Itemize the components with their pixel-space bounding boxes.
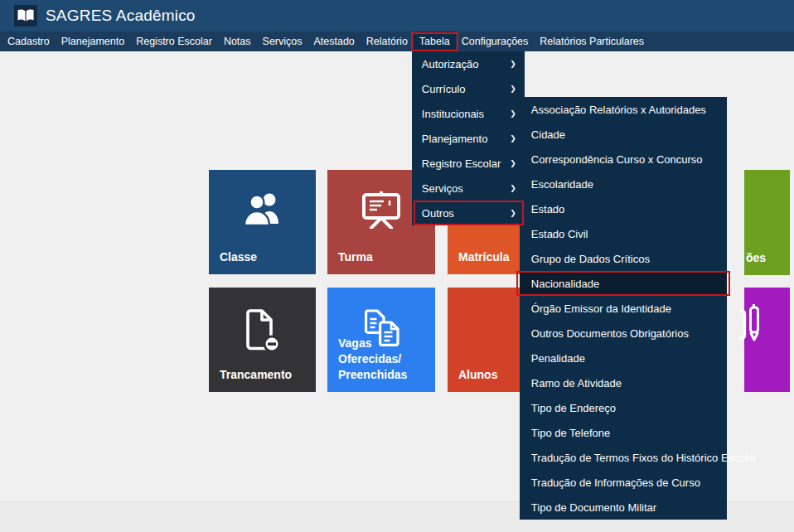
chevron-right-icon: ❯ <box>510 184 516 192</box>
menu-item-label: Registro Escolar <box>136 36 212 47</box>
submenu-item-label: Estado <box>531 203 564 215</box>
submenu-item-associacao-relatorios-x-autoridades[interactable]: Associação Relatórios x Autoridades <box>520 97 727 122</box>
menu-item-servicos[interactable]: Serviços <box>257 31 308 51</box>
tile-label: ões <box>746 250 794 266</box>
menu-item-atestado[interactable]: Atestado <box>307 31 360 51</box>
submenu-item-orgao-emissor-da-identidade[interactable]: Órgão Emissor da Identidade <box>520 296 727 321</box>
submenu-item-label: Tipo de Documento Militar <box>531 501 656 514</box>
dropdown-item-autorizacao[interactable]: Autorização ❯ <box>412 51 525 76</box>
menu-item-notas[interactable]: Notas <box>218 31 257 51</box>
menu-item-label: Configurações <box>462 36 529 47</box>
chevron-right-icon: ❯ <box>510 60 516 68</box>
submenu-item-tipo-de-documento-militar[interactable]: Tipo de Documento Militar <box>520 495 727 520</box>
menu-item-tabela[interactable]: Tabela Autorização ❯ Currículo ❯ Institu… <box>414 31 456 51</box>
submenu-item-label: Ramo de Atividade <box>531 377 622 389</box>
chevron-right-icon: ❯ <box>510 159 516 167</box>
menu-item-label: Tabela <box>419 36 450 47</box>
menu-item-label: Serviços <box>263 36 303 47</box>
open-book-icon <box>17 8 35 23</box>
submenu-item-nacionalidade[interactable]: Nacionalidade <box>520 271 727 296</box>
submenu-item-tipo-de-telefone[interactable]: Tipo de Telefone <box>520 420 727 445</box>
submenu-item-grupo-de-dados-criticos[interactable]: Grupo de Dados Críticos <box>520 246 727 271</box>
chevron-right-icon: ❯ <box>510 85 516 93</box>
users-icon <box>241 191 284 227</box>
dropdown-item-label: Currículo <box>422 83 466 95</box>
dropdown-item-label: Outros <box>422 207 454 220</box>
submenu-item-traducao-de-informacoes-de-curso[interactable]: Tradução de Informações de Curso <box>520 470 727 495</box>
tile-label: Turma <box>338 249 431 265</box>
menu-item-label: Planejamento <box>61 36 124 47</box>
submenu-item-label: Nacionalidade <box>531 278 599 290</box>
submenu-item-label: Correspondência Curso x Concurso <box>531 153 703 166</box>
chevron-right-icon: ❯ <box>510 209 516 217</box>
submenu-item-estado[interactable]: Estado <box>520 196 727 221</box>
pen-icon <box>739 299 766 351</box>
submenu-item-label: Outros Documentos Obrigatórios <box>531 327 689 340</box>
submenu-item-label: Penalidade <box>531 352 585 365</box>
tile-label: Trancamento <box>220 367 312 383</box>
menu-item-registro-escolar[interactable]: Registro Escolar <box>130 31 218 51</box>
submenu-item-correspondencia-curso-x-concurso[interactable]: Correspondência Curso x Concurso <box>520 147 727 172</box>
dropdown-item-registro-escolar[interactable]: Registro Escolar ❯ <box>412 151 525 176</box>
app-header: SAGRES Acadêmico <box>0 0 794 31</box>
submenu-item-label: Estado Civil <box>531 228 588 240</box>
submenu-item-label: Tradução de Informações de Curso <box>531 476 700 489</box>
submenu-item-label: Escolaridade <box>531 178 593 191</box>
submenu-item-traducao-termos-fixos-historico-escolar[interactable]: Tradução de Termos Fixos do Histórico Es… <box>520 445 727 470</box>
dropdown-item-curriculo[interactable]: Currículo ❯ <box>412 76 525 101</box>
menubar: Cadastro Planejamento Registro Escolar N… <box>0 31 794 51</box>
tile-label: Vagas Oferecidas/ Preenchidas <box>338 336 431 383</box>
submenu-item-label: Tipo de Telefone <box>531 427 610 439</box>
tabela-dropdown-menu: Autorização ❯ Currículo ❯ Institucionais… <box>412 51 525 225</box>
tile-trancamento[interactable]: Trancamento <box>209 288 316 392</box>
submenu-item-label: Associação Relatórios x Autoridades <box>531 104 706 116</box>
dropdown-item-label: Planejamento <box>422 133 488 145</box>
chevron-right-icon: ❯ <box>510 134 516 143</box>
outros-submenu: Associação Relatórios x Autoridades Cida… <box>520 97 727 520</box>
submenu-item-escolaridade[interactable]: Escolaridade <box>520 172 727 196</box>
menu-item-label: Relatórios Particulares <box>540 36 644 47</box>
tile-vagas-oferecidas-preenchidas[interactable]: Vagas Oferecidas/ Preenchidas <box>327 288 435 392</box>
tile-partially-hidden-magenta[interactable] <box>744 288 790 392</box>
menu-item-label: Notas <box>224 36 251 47</box>
submenu-item-label: Tradução de Termos Fixos do Histórico Es… <box>531 452 757 464</box>
document-minus-icon <box>244 308 282 353</box>
submenu-item-label: Cidade <box>531 128 565 141</box>
menu-item-label: Cadastro <box>7 36 50 47</box>
dropdown-item-servicos[interactable]: Serviços ❯ <box>412 176 525 201</box>
menu-item-label: Relatório <box>366 36 408 47</box>
menu-item-cadastro[interactable]: Cadastro <box>2 31 56 51</box>
dropdown-item-label: Autorização <box>422 58 479 70</box>
submenu-item-label: Grupo de Dados Críticos <box>531 253 650 265</box>
tile-label: Classe <box>220 249 312 265</box>
app-logo <box>14 5 37 27</box>
submenu-item-penalidade[interactable]: Penalidade <box>520 346 727 370</box>
submenu-item-outros-documentos-obrigatorios[interactable]: Outros Documentos Obrigatórios <box>520 321 727 346</box>
menu-item-planejamento[interactable]: Planejamento <box>56 31 130 51</box>
app-window: Classe Turma Matrícula ões Trancamento <box>0 0 794 532</box>
submenu-item-label: Órgão Emissor da Identidade <box>531 302 671 315</box>
submenu-item-ramo-de-atividade[interactable]: Ramo de Atividade <box>520 370 727 395</box>
dropdown-item-institucionais[interactable]: Institucionais ❯ <box>412 101 525 126</box>
presentation-board-icon <box>361 191 401 229</box>
dropdown-item-outros[interactable]: Outros ❯ <box>412 201 525 225</box>
menu-item-relatorios-particulares[interactable]: Relatórios Particulares <box>534 31 650 51</box>
tile-partially-hidden-green[interactable]: ões <box>744 170 790 275</box>
submenu-item-tipo-de-endereco[interactable]: Tipo de Endereço <box>520 395 727 420</box>
app-title: SAGRES Acadêmico <box>46 7 196 25</box>
dropdown-item-label: Institucionais <box>422 108 484 120</box>
submenu-item-label: Tipo de Endereço <box>531 402 616 414</box>
menu-item-label: Atestado <box>313 36 354 47</box>
tile-classe[interactable]: Classe <box>209 170 316 274</box>
dropdown-item-planejamento[interactable]: Planejamento ❯ <box>412 126 525 151</box>
dropdown-item-label: Registro Escolar <box>422 157 501 170</box>
submenu-item-estado-civil[interactable]: Estado Civil <box>520 221 727 246</box>
menu-item-configuracoes[interactable]: Configurações <box>456 31 535 51</box>
dropdown-item-label: Serviços <box>422 182 463 195</box>
chevron-right-icon: ❯ <box>510 109 516 118</box>
submenu-item-cidade[interactable]: Cidade <box>520 122 727 147</box>
menu-item-relatorio[interactable]: Relatório <box>361 31 414 51</box>
